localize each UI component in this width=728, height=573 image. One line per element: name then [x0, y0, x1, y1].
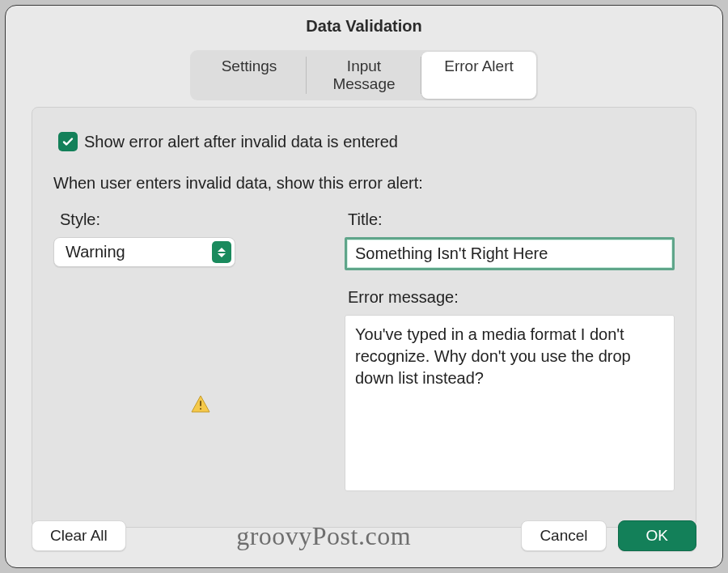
svg-rect-0 — [200, 401, 201, 406]
svg-rect-1 — [200, 408, 201, 410]
show-error-alert-row: Show error alert after invalid data is e… — [58, 132, 675, 151]
dialog-title: Data Validation — [6, 6, 722, 50]
clear-all-button[interactable]: Clear All — [32, 520, 126, 551]
show-error-alert-checkbox[interactable] — [58, 132, 78, 151]
title-input[interactable] — [345, 237, 675, 270]
title-field-label: Title: — [348, 210, 675, 229]
title-message-column: Title: Error message: — [345, 210, 675, 494]
tab-settings[interactable]: Settings — [192, 52, 307, 99]
form-columns: Style: Warning Title: — [53, 210, 675, 494]
error-message-textarea[interactable] — [345, 315, 675, 491]
style-label: Style: — [60, 210, 312, 229]
style-column: Style: Warning — [53, 210, 312, 494]
tab-error-alert[interactable]: Error Alert — [421, 52, 536, 99]
watermark-text: groovyPost.com — [236, 521, 411, 551]
show-error-alert-label: Show error alert after invalid data is e… — [84, 133, 398, 151]
checkmark-icon — [61, 135, 74, 148]
ok-button[interactable]: OK — [618, 520, 696, 551]
dialog-footer: Clear All groovyPost.com Cancel OK — [32, 520, 696, 551]
instruction-text: When user enters invalid data, show this… — [53, 174, 675, 193]
tab-group: Settings Input Message Error Alert — [190, 50, 538, 100]
cancel-button[interactable]: Cancel — [521, 520, 606, 551]
title-input-wrap — [345, 237, 675, 270]
tab-input-message[interactable]: Input Message — [307, 52, 421, 99]
error-message-label: Error message: — [348, 288, 675, 307]
style-select-value: Warning — [66, 243, 125, 261]
stepper-arrows-icon — [212, 241, 231, 263]
warning-triangle-icon — [191, 395, 210, 413]
footer-right-buttons: Cancel OK — [521, 520, 696, 551]
dialog-window: Data Validation Settings Input Message E… — [5, 5, 723, 568]
style-select[interactable]: Warning — [53, 237, 235, 267]
tab-bar: Settings Input Message Error Alert — [6, 50, 722, 100]
panel-error-alert: Show error alert after invalid data is e… — [32, 107, 696, 528]
